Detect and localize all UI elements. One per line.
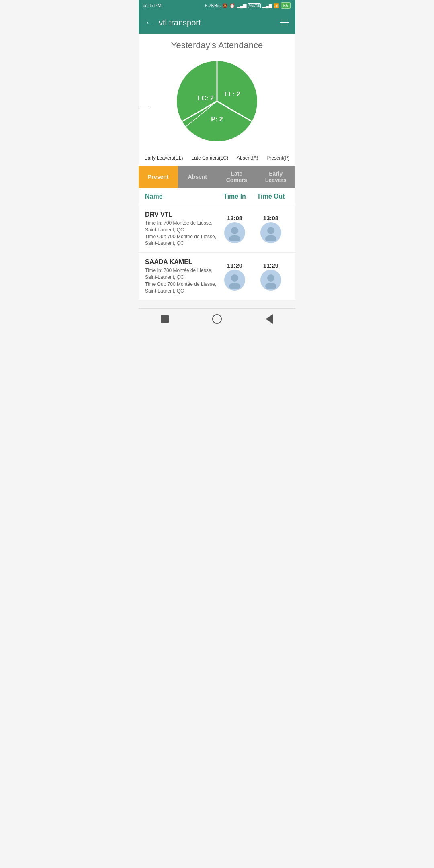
nav-home-button[interactable] [211,313,223,325]
tab-present[interactable]: Present [139,166,178,188]
app-header: ← vtl transport [139,11,295,34]
alarm-icon: ⏰ [229,3,235,8]
person-timein-col-saada-kamel: 11:20 [217,262,253,291]
tab-latecomers[interactable]: Late Comers [217,166,256,188]
avatar-timein-drv-vtl [224,222,245,243]
triangle-icon [266,314,273,324]
table-row: SAADA KAMEL Time In: 700 Montée de Liess… [139,253,295,300]
pie-chart-container: A: 0 LC: 2 EL: 2 P: 2 [145,57,289,145]
table-header: Name Time In Time Out [139,188,295,205]
legend: Early Leavers(EL) Late Comers(LC) Absent… [139,152,295,166]
network-speed: 6.7KB/s [205,3,221,8]
avatar-timeout-saada-kamel [260,270,281,291]
wifi-icon: 📶 [274,3,279,8]
avatar-timeout-drv-vtl [260,222,281,243]
svg-point-12 [231,274,238,282]
svg-point-10 [267,227,274,234]
svg-text:EL: 2: EL: 2 [224,91,240,98]
person-timein-loc-drv-vtl: Time In: 700 Montée de Liesse, Saint-Lau… [145,220,217,233]
square-icon [161,315,169,323]
svg-point-14 [267,274,274,282]
col-header-name: Name [145,193,217,200]
person-name-saada-kamel: SAADA KAMEL [145,258,217,266]
person-info-drv-vtl: DRV VTL Time In: 700 Montée de Liesse, S… [145,211,217,247]
svg-point-15 [265,283,276,289]
status-right: 6.7KB/s 🔕 ⏰ ▂▄▆ VoLTE ▂▄▆ 📶 55 [205,2,291,9]
persons-list: DRV VTL Time In: 700 Montée de Liesse, S… [139,205,295,300]
menu-bar-3 [280,25,289,25]
person-timeout-loc-saada-kamel: Time Out: 700 Montée de Liesse, Saint-La… [145,281,217,295]
pie-svg: LC: 2 EL: 2 P: 2 [173,57,261,145]
section-title: Yesterday's Attendance [145,40,289,51]
status-time: 5:15 PM [143,3,162,8]
back-button[interactable]: ← [145,17,154,28]
volte-icon: VoLTE [248,3,261,8]
signal2-icon: ▂▄▆ [262,3,272,8]
tab-absent[interactable]: Absent [178,166,217,188]
svg-point-8 [231,227,238,234]
person-timeout-col-drv-vtl: 13:08 [253,215,289,243]
circle-icon [212,314,222,324]
app-title: vtl transport [154,18,280,27]
tab-earlyleavers[interactable]: Early Leavers [256,166,296,188]
person-timein-col-drv-vtl: 13:08 [217,215,253,243]
mute-icon: 🔕 [222,3,228,8]
person-timeout-drv-vtl: 13:08 [263,215,278,221]
tabs-bar: Present Absent Late Comers Early Leavers [139,166,295,188]
menu-bar-2 [280,22,289,23]
absent-outer-label: A: 0 [139,106,151,112]
menu-bar-1 [280,20,289,20]
status-bar: 5:15 PM 6.7KB/s 🔕 ⏰ ▂▄▆ VoLTE ▂▄▆ 📶 55 [139,0,295,11]
person-name-drv-vtl: DRV VTL [145,211,217,218]
legend-el: Early Leavers(EL) [144,155,183,161]
legend-lc: Late Comers(LC) [191,155,228,161]
person-timeout-saada-kamel: 11:29 [263,262,278,269]
person-timein-loc-saada-kamel: Time In: 700 Montée de Liesse, Saint-Lau… [145,267,217,281]
nav-bar [139,308,295,330]
svg-point-11 [265,235,276,241]
person-info-saada-kamel: SAADA KAMEL Time In: 700 Montée de Liess… [145,258,217,294]
svg-text:LC: 2: LC: 2 [198,95,214,102]
col-header-timein: Time In [217,193,253,200]
nav-back-button[interactable] [264,313,275,325]
legend-pr: Present(P) [266,155,289,161]
avatar-timein-saada-kamel [224,270,245,291]
menu-button[interactable] [280,20,289,25]
person-timeout-col-saada-kamel: 11:29 [253,262,289,291]
svg-text:P: 2: P: 2 [211,116,223,123]
signal-icon: ▂▄▆ [237,3,246,8]
svg-point-13 [229,283,240,289]
table-row: DRV VTL Time In: 700 Montée de Liesse, S… [139,205,295,253]
col-header-timeout: Time Out [253,193,289,200]
legend-ab: Absent(A) [237,155,258,161]
person-timein-saada-kamel: 11:20 [227,262,242,269]
person-timein-drv-vtl: 13:08 [227,215,242,221]
chart-section: Yesterday's Attendance A: 0 LC: 2 EL: 2 [139,34,295,152]
pie-chart: LC: 2 EL: 2 P: 2 [173,57,261,145]
battery-indicator: 55 [281,2,291,9]
nav-square-button[interactable] [159,313,170,325]
svg-point-9 [229,235,240,241]
person-timeout-loc-drv-vtl: Time Out: 700 Montée de Liesse, Saint-La… [145,233,217,247]
